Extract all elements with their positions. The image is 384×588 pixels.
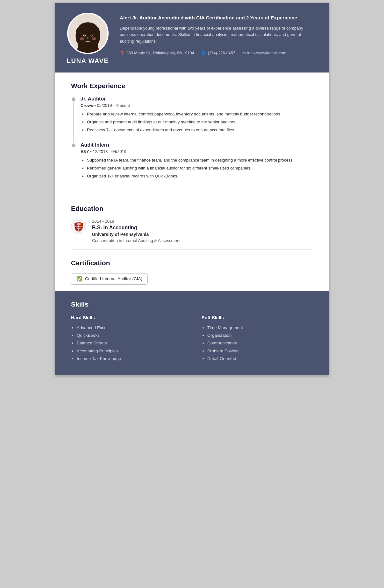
soft-skill-3: Communication (207, 339, 313, 347)
job-bullet-1-2: Organize and present audit findings at o… (87, 119, 313, 126)
location-icon: 📍 (120, 51, 125, 55)
hard-skill-4: Accounting Principles (77, 347, 182, 355)
job-period-1: 05/2019 - Present (97, 103, 130, 108)
skills-title: Skills (71, 301, 313, 308)
job-title-1: Jr. Auditor (81, 96, 313, 102)
certification-section: Certification ✅ Certified Internal Audit… (55, 250, 329, 291)
avatar-wrapper: LUNA WAVE (65, 13, 111, 65)
header-section: LUNA WAVE Alert Jr. Auditor Accredited w… (55, 3, 329, 73)
skills-columns: Hard Skills Advanced Excel QuickBooks Ba… (71, 315, 313, 363)
phone-icon: 👤 (201, 51, 206, 55)
education-title: Education (71, 205, 313, 212)
svg-point-11 (90, 35, 92, 36)
edu-logo (71, 219, 86, 234)
svg-rect-19 (77, 228, 78, 229)
hard-skill-3: Balance Sheets (77, 339, 182, 347)
job-period-sep-1: • (94, 103, 97, 108)
job-bullet-1-3: Reassess 7k+ documents of expenditures a… (87, 127, 313, 134)
job-company-1: Crowe (81, 103, 93, 108)
skills-section: Skills Hard Skills Advanced Excel QuickB… (55, 291, 329, 375)
resume-container: LUNA WAVE Alert Jr. Auditor Accredited w… (55, 3, 329, 375)
job-company-2: E&Y (81, 149, 89, 154)
hard-skills-title: Hard Skills (71, 315, 182, 320)
email-icon: ✉ (242, 51, 246, 55)
soft-skills-col: Soft Skills Time Management Organization… (202, 315, 313, 363)
svg-point-12 (80, 37, 84, 40)
svg-rect-20 (79, 228, 81, 229)
education-section: Education 2014 - 2 (55, 195, 329, 249)
soft-skill-4: Problem Solving (207, 347, 313, 355)
job-item-2: Audit Intern E&Y • 12/2018 - 04/2019 Sup… (81, 142, 313, 179)
hard-skill-2: QuickBooks (77, 332, 182, 339)
hard-skill-1: Advanced Excel (77, 324, 182, 332)
email-text[interactable]: lunawave@gmail.com (247, 51, 286, 55)
address-text: 359 Maple St., Philadelphia, PA 19104 (126, 51, 194, 55)
hard-skill-5: Income Tax Knowledge (77, 355, 182, 363)
soft-skills-title: Soft Skills (202, 315, 313, 320)
job-item-1: Jr. Auditor Crowe • 05/2019 - Present Pr… (81, 96, 313, 133)
edu-school: University of Pennsylvania (92, 232, 181, 237)
contact-phone: 👤 (274)-276-8457 (201, 51, 235, 55)
edu-years: 2014 - 2018 (92, 219, 181, 224)
header-right: Alert Jr. Auditor Accredited with CIA Ce… (120, 13, 316, 55)
certification-title: Certification (71, 259, 313, 267)
svg-rect-18 (79, 223, 81, 225)
timeline: Jr. Auditor Crowe • 05/2019 - Present Pr… (71, 96, 313, 180)
avatar (67, 13, 109, 54)
contact-email: ✉ lunawave@gmail.com (242, 51, 286, 55)
work-experience-section: Work Experience Jr. Auditor Crowe • 05/2… (55, 73, 329, 195)
hard-skills-list: Advanced Excel QuickBooks Balance Sheets… (71, 324, 182, 363)
contact-address: 📍 359 Maple St., Philadelphia, PA 19104 (120, 51, 194, 55)
work-experience-title: Work Experience (71, 82, 313, 90)
timeline-line-1 (73, 101, 74, 142)
header-title: Alert Jr. Auditor Accredited with CIA Ce… (120, 14, 316, 21)
timeline-dot-1 (72, 97, 75, 101)
edu-content: 2014 - 2018 B.S. in Accounting Universit… (92, 219, 181, 243)
soft-skill-2: Organization (207, 332, 313, 339)
job-title-2: Audit Intern (81, 142, 313, 148)
job-bullet-2-2: Performed general auditing with a financ… (87, 165, 313, 172)
svg-point-13 (92, 37, 96, 40)
svg-point-10 (84, 35, 85, 36)
header-name: LUNA WAVE (67, 57, 109, 65)
cert-badge: ✅ Certified Internal Auditor (CIA) (71, 273, 148, 285)
soft-skills-list: Time Management Organization Communicati… (202, 324, 313, 363)
header-summary: Dependable young professional with two y… (120, 25, 316, 45)
hard-skills-col: Hard Skills Advanced Excel QuickBooks Ba… (71, 315, 182, 363)
job-bullet-2-3: Organized 1k+ financial records with Qui… (87, 173, 313, 180)
job-bullets-2: Supported the IA team, the finance team,… (81, 157, 313, 179)
edu-item: 2014 - 2018 B.S. in Accounting Universit… (71, 219, 313, 243)
job-period-sep-2: • (90, 149, 93, 154)
cert-check-icon: ✅ (76, 276, 82, 282)
job-meta-1: Crowe • 05/2019 - Present (81, 103, 313, 108)
job-bullet-1-1: Prepare and review internal controls pap… (87, 111, 313, 118)
edu-concentration: Concentration in Internal Auditing & Ass… (92, 238, 181, 243)
svg-rect-17 (77, 223, 78, 225)
timeline-dot-2 (72, 143, 75, 147)
job-meta-2: E&Y • 12/2018 - 04/2019 (81, 149, 313, 154)
job-period-2: 12/2018 - 04/2019 (93, 149, 127, 154)
job-bullet-2-1: Supported the IA team, the finance team,… (87, 157, 313, 164)
job-bullets-1: Prepare and review internal controls pap… (81, 111, 313, 133)
soft-skill-1: Time Management (207, 324, 313, 332)
edu-degree: B.S. in Accounting (92, 225, 181, 231)
phone-text: (274)-276-8457 (208, 51, 235, 55)
soft-skill-5: Detail-Oriented (207, 355, 313, 363)
header-contact: 📍 359 Maple St., Philadelphia, PA 19104 … (120, 51, 316, 55)
cert-label: Certified Internal Auditor (CIA) (85, 276, 142, 281)
